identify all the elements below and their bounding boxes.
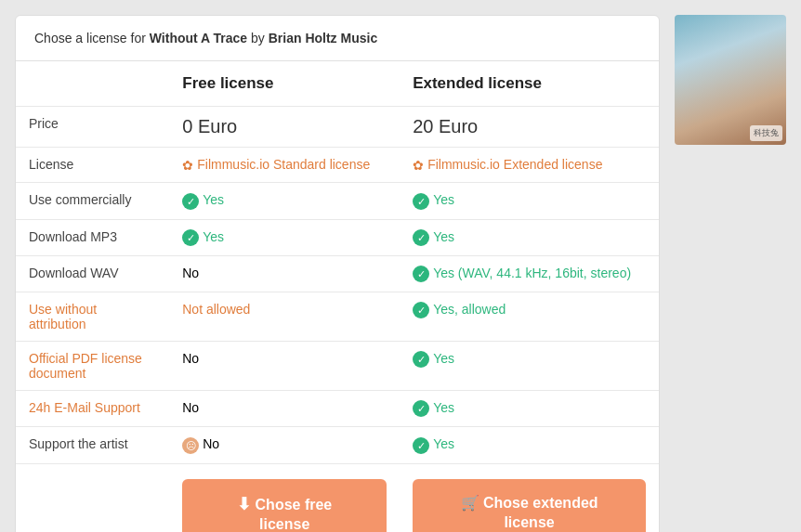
row-label: Download MP3 (16, 219, 169, 255)
free-value: 0 Euro (169, 107, 400, 148)
card-header: Chose a license for Without A Trace by B… (16, 16, 659, 61)
check-icon: ✓ (413, 400, 429, 417)
check-icon: ✓ (182, 229, 199, 246)
btn-label-cell (16, 463, 169, 532)
btn-free-cell: ⬇ Chose freelicense (169, 463, 400, 532)
extended-value: ✿Filmmusic.io Extended license (400, 148, 659, 183)
yes-text: Yes, allowed (433, 302, 506, 317)
col-header-free: Free license (169, 61, 400, 107)
free-value: ✿Filmmusic.io Standard license (169, 148, 400, 183)
row-label: Download WAV (16, 255, 169, 292)
license-link[interactable]: Filmmusic.io Extended license (427, 157, 602, 172)
free-value: No (169, 342, 400, 391)
flower-icon: ✿ (182, 158, 193, 173)
extended-value: ✓Yes, allowed (400, 292, 659, 342)
yes-text: Yes (433, 400, 454, 415)
row-label: License (16, 148, 169, 183)
no-text: No (182, 400, 199, 415)
yes-text: Yes (203, 229, 224, 244)
table-row: Price0 Euro20 Euro (16, 107, 659, 148)
no-smiley-text: No (203, 436, 219, 451)
no-text: No (182, 351, 199, 366)
extended-value: ✓Yes (400, 342, 659, 391)
extended-value: ✓Yes (400, 183, 659, 219)
chose-free-button[interactable]: ⬇ Chose freelicense (182, 479, 387, 532)
row-label: 24h E-Mail Support (16, 391, 169, 427)
main-card: Chose a license for Without A Trace by B… (15, 15, 660, 532)
check-icon: ✓ (413, 437, 429, 454)
yes-text: Yes (433, 192, 454, 207)
row-label: Official PDF license document (16, 342, 169, 391)
row-label: Use without attribution (16, 292, 169, 342)
free-value: No (169, 391, 400, 427)
row-label: Support the artist (16, 427, 169, 463)
table-row: Use commercially✓Yes✓Yes (16, 183, 659, 219)
extended-value: ✓Yes (WAV, 44.1 kHz, 16bit, stereo) (400, 255, 659, 292)
check-icon: ✓ (413, 229, 429, 246)
watermark-badge: 科技兔 (750, 125, 782, 141)
table-row: 24h E-Mail SupportNo✓Yes (16, 391, 659, 427)
yes-text: Yes (WAV, 44.1 kHz, 16bit, stereo) (433, 266, 631, 280)
check-icon: ✓ (413, 193, 429, 210)
license-table: Free license Extended license Price0 Eur… (16, 61, 659, 532)
check-icon: ✓ (413, 266, 429, 282)
no-text: No (182, 266, 199, 280)
side-image: 科技兔 (675, 15, 786, 145)
yes-text: Yes (433, 351, 454, 366)
table-row: Download WAVNo✓Yes (WAV, 44.1 kHz, 16bit… (16, 255, 659, 292)
table-row: Official PDF license documentNo✓Yes (16, 342, 659, 391)
track-title: Without A Trace (150, 31, 247, 45)
extended-value: 20 Euro (400, 107, 659, 148)
free-value: ✓Yes (169, 219, 400, 255)
yes-text: Yes (433, 229, 454, 244)
free-value: Not allowed (169, 292, 400, 342)
check-icon: ✓ (413, 351, 429, 368)
header-prefix: Chose a license for (34, 31, 150, 45)
license-link[interactable]: Filmmusic.io Standard license (197, 157, 370, 172)
artist-name: Brian Holtz Music (269, 31, 377, 45)
row-label: Use commercially (16, 183, 169, 219)
row-label: Price (16, 107, 169, 148)
flower-icon: ✿ (413, 158, 424, 173)
yes-text: Yes (203, 192, 224, 207)
price-text: 0 Euro (182, 116, 237, 136)
extended-value: ✓Yes (400, 427, 659, 463)
table-row: License✿Filmmusic.io Standard license✿Fi… (16, 148, 659, 183)
yes-text: Yes (433, 436, 454, 451)
col-header-extended: Extended license (400, 61, 659, 107)
table-header-row: Free license Extended license (16, 61, 659, 107)
check-icon: ✓ (413, 302, 429, 318)
warn-icon: ☹ (182, 437, 199, 454)
btn-extended-cell: 🛒 Chose extendedlicense (400, 463, 659, 532)
free-value: ✓Yes (169, 183, 400, 219)
table-row: Use without attributionNot allowed✓Yes, … (16, 292, 659, 342)
price-text: 20 Euro (413, 116, 478, 136)
chose-extended-button[interactable]: 🛒 Chose extendedlicense (413, 479, 646, 532)
free-value: ☹No (169, 427, 400, 463)
check-icon: ✓ (182, 193, 199, 210)
table-row: Support the artist☹No✓Yes (16, 427, 659, 463)
button-row: ⬇ Chose freelicense🛒 Chose extendedlicen… (16, 463, 659, 532)
page-wrapper: Chose a license for Without A Trace by B… (0, 0, 801, 532)
col-header-label (16, 61, 169, 107)
extended-value: ✓Yes (400, 219, 659, 255)
not-allowed-text: Not allowed (182, 302, 250, 317)
free-value: No (169, 255, 400, 292)
extended-value: ✓Yes (400, 391, 659, 427)
header-by: by (247, 31, 269, 45)
table-row: Download MP3✓Yes✓Yes (16, 219, 659, 255)
